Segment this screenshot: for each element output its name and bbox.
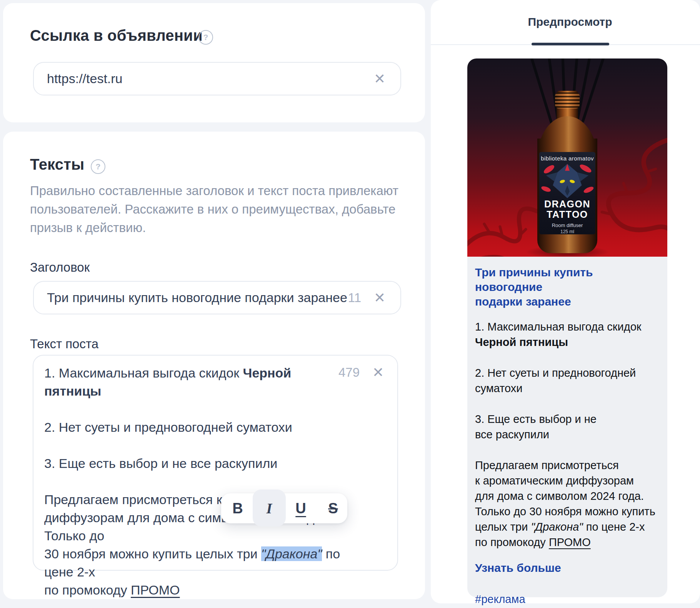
- headline-input[interactable]: Три причины купить новогодние подарки за…: [33, 281, 401, 314]
- format-toolbar: B I U S: [221, 493, 347, 523]
- learn-more-link[interactable]: Узнать больше: [475, 561, 660, 575]
- clear-url-icon[interactable]: ✕: [372, 71, 387, 87]
- headline-label: Заголовок: [30, 260, 90, 275]
- help-icon-glyph: ?: [96, 162, 101, 171]
- clear-headline-icon[interactable]: ✕: [372, 290, 387, 306]
- url-input-value: https://test.ru: [47, 71, 372, 86]
- ad-product-image: biblioteka aromatov DRAGO: [467, 58, 667, 257]
- product-volume: 125 ml: [560, 229, 574, 234]
- ad-title-link[interactable]: Три причины купить новогодние подарки за…: [475, 265, 660, 309]
- tab-preview[interactable]: Предпросмотр: [474, 15, 666, 28]
- ad-preview-card: biblioteka aromatov DRAGO: [467, 58, 667, 597]
- product-name-line2: TATTOO: [547, 209, 588, 220]
- help-icon[interactable]: ?: [198, 30, 213, 45]
- dragon-silhouette-right: [589, 135, 667, 257]
- ad-hashtag-link[interactable]: #реклама: [475, 591, 660, 607]
- product-subtitle: Room diffuser: [552, 222, 583, 228]
- bottle-label: biblioteka aromatov DRAGO: [539, 152, 595, 234]
- help-icon[interactable]: ?: [91, 159, 105, 174]
- texts-description: Правильно составленные заголовок и текст…: [30, 182, 398, 237]
- product-name-line1: DRAGON: [544, 199, 590, 209]
- link-card: Ссылка в объявлении ? https://test.ru ✕: [3, 3, 425, 122]
- reed-stick: [581, 58, 607, 123]
- dragon-artwork: [540, 162, 594, 199]
- url-input[interactable]: https://test.ru ✕: [33, 62, 401, 95]
- preview-panel: Предпросмотр: [431, 0, 700, 603]
- underline-button[interactable]: U: [287, 493, 314, 523]
- link-card-title: Ссылка в объявлении: [30, 27, 203, 44]
- strikethrough-button[interactable]: S: [320, 493, 347, 523]
- post-text-label: Текст поста: [30, 337, 98, 351]
- bold-button[interactable]: B: [224, 493, 251, 523]
- brand-name: biblioteka aromatov: [541, 155, 594, 162]
- post-char-counter: 479: [338, 365, 360, 380]
- bottle-cap-threads: [555, 92, 580, 109]
- post-text-area[interactable]: 1. Максимальная выгода скидок Черной пят…: [33, 355, 398, 571]
- headline-input-value: Три причины купить новогодние подарки за…: [47, 290, 348, 305]
- post-text-content: 1. Максимальная выгода скидок Черной пят…: [44, 364, 360, 599]
- help-icon-glyph: ?: [203, 33, 208, 42]
- italic-button[interactable]: I: [256, 493, 283, 523]
- ad-post-text: 1. Максимальная выгода скидок Черной пят…: [475, 319, 660, 550]
- ad-preview-body: Три причины купить новогодние подарки за…: [467, 257, 667, 597]
- tab-underline: [532, 43, 609, 45]
- headline-char-counter: 11: [348, 291, 361, 305]
- page: Ссылка в объявлении ? https://test.ru ✕ …: [0, 0, 700, 608]
- texts-card-title: Тексты: [30, 156, 84, 173]
- clear-post-icon[interactable]: ✕: [370, 365, 386, 380]
